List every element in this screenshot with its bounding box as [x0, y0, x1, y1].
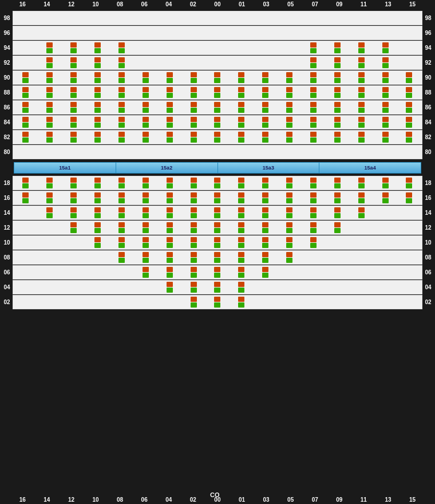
seat-green[interactable] [382, 183, 389, 188]
seat-green[interactable] [191, 288, 197, 293]
seat-green[interactable] [143, 183, 149, 188]
seat-orange[interactable] [406, 72, 412, 77]
seat-green[interactable] [191, 78, 197, 83]
seat-green[interactable] [118, 108, 125, 113]
seat-green[interactable] [286, 213, 292, 218]
seat-green[interactable] [214, 258, 220, 263]
seat-orange[interactable] [191, 252, 197, 257]
seat-orange[interactable] [382, 102, 389, 107]
seat-orange[interactable] [94, 222, 101, 227]
seat-green[interactable] [46, 213, 53, 218]
seat-green[interactable] [70, 123, 77, 128]
seat-orange[interactable] [238, 282, 244, 287]
seat-green[interactable] [94, 48, 101, 53]
seat-green[interactable] [46, 93, 53, 98]
seat-green[interactable] [191, 302, 197, 308]
seat-orange[interactable] [46, 102, 53, 107]
seat-orange[interactable] [46, 192, 53, 198]
seat-green[interactable] [358, 63, 365, 68]
seat-green[interactable] [238, 288, 244, 293]
seat-orange[interactable] [70, 102, 77, 107]
seat-orange[interactable] [334, 87, 341, 92]
seat-orange[interactable] [334, 132, 341, 137]
seat-green[interactable] [238, 243, 244, 248]
seat-orange[interactable] [167, 267, 173, 272]
seat-green[interactable] [143, 243, 149, 248]
seat-orange[interactable] [118, 222, 125, 227]
seat-green[interactable] [118, 123, 125, 128]
seat-green[interactable] [191, 273, 197, 278]
seat-orange[interactable] [118, 42, 125, 48]
seat-green[interactable] [238, 258, 244, 263]
seat-orange[interactable] [94, 132, 101, 137]
seat-green[interactable] [310, 48, 317, 53]
seat-green[interactable] [334, 213, 341, 218]
seat-green[interactable] [382, 137, 389, 143]
seat-green[interactable] [94, 63, 101, 68]
seat-green[interactable] [167, 108, 173, 113]
seat-orange[interactable] [382, 117, 389, 122]
seat-green[interactable] [262, 213, 268, 218]
seat-green[interactable] [70, 63, 77, 68]
seat-green[interactable] [358, 198, 365, 203]
seat-orange[interactable] [286, 132, 292, 137]
seat-green[interactable] [118, 93, 125, 98]
seat-orange[interactable] [214, 117, 220, 122]
seat-green[interactable] [310, 183, 317, 188]
seat-orange[interactable] [191, 87, 197, 92]
seat-orange[interactable] [214, 297, 220, 302]
seat-green[interactable] [262, 108, 268, 113]
seat-orange[interactable] [70, 42, 77, 48]
seat-green[interactable] [382, 108, 389, 113]
seat-orange[interactable] [334, 178, 341, 183]
seat-orange[interactable] [310, 237, 317, 242]
seat-green[interactable] [22, 78, 29, 83]
seat-green[interactable] [94, 198, 101, 203]
seat-green[interactable] [118, 243, 125, 248]
seat-orange[interactable] [310, 42, 317, 48]
seat-green[interactable] [310, 198, 317, 203]
seat-orange[interactable] [286, 252, 292, 257]
seat-green[interactable] [286, 137, 292, 143]
seat-orange[interactable] [310, 117, 317, 122]
seat-green[interactable] [143, 258, 149, 263]
seat-green[interactable] [118, 63, 125, 68]
seat-orange[interactable] [310, 132, 317, 137]
seat-green[interactable] [70, 48, 77, 53]
seat-orange[interactable] [214, 102, 220, 107]
seat-orange[interactable] [22, 102, 29, 107]
seat-orange[interactable] [238, 102, 244, 107]
seat-orange[interactable] [382, 87, 389, 92]
seat-orange[interactable] [70, 57, 77, 62]
seat-orange[interactable] [382, 132, 389, 137]
seat-orange[interactable] [191, 102, 197, 107]
seat-orange[interactable] [143, 132, 149, 137]
seat-orange[interactable] [143, 267, 149, 272]
seat-orange[interactable] [310, 222, 317, 227]
seat-green[interactable] [118, 78, 125, 83]
seat-green[interactable] [22, 137, 29, 143]
seat-orange[interactable] [334, 102, 341, 107]
seat-orange[interactable] [22, 192, 29, 198]
seat-orange[interactable] [334, 192, 341, 198]
seat-green[interactable] [167, 228, 173, 233]
seat-green[interactable] [143, 78, 149, 83]
seat-green[interactable] [167, 123, 173, 128]
seat-green[interactable] [214, 198, 220, 203]
seat-green[interactable] [94, 93, 101, 98]
seat-orange[interactable] [310, 178, 317, 183]
seat-green[interactable] [358, 93, 365, 98]
seat-orange[interactable] [70, 207, 77, 212]
seat-orange[interactable] [310, 87, 317, 92]
seat-orange[interactable] [214, 132, 220, 137]
seat-green[interactable] [22, 198, 29, 203]
seat-orange[interactable] [406, 132, 412, 137]
seat-orange[interactable] [94, 87, 101, 92]
seat-green[interactable] [238, 78, 244, 83]
seat-orange[interactable] [286, 222, 292, 227]
seat-green[interactable] [22, 93, 29, 98]
seat-green[interactable] [358, 78, 365, 83]
seat-green[interactable] [46, 183, 53, 188]
seat-orange[interactable] [262, 267, 268, 272]
seat-green[interactable] [46, 108, 53, 113]
